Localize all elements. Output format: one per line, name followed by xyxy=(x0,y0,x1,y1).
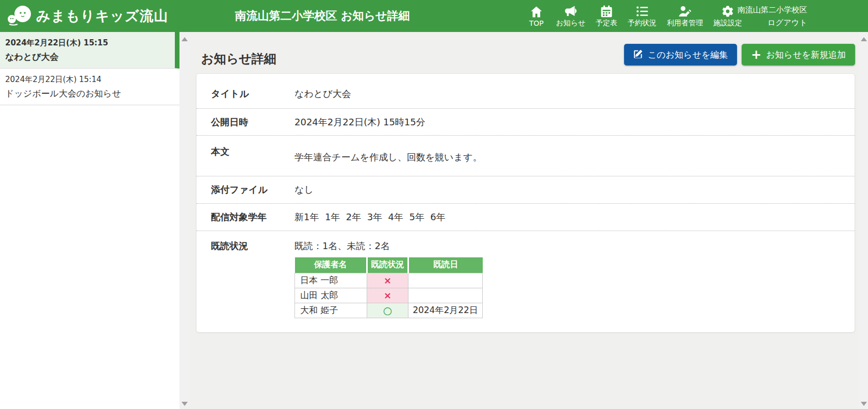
announcement-date: 2024年2月22日(木) 15:14 xyxy=(5,75,171,85)
main-content: お知らせ詳細 このお知らせを編集 + お知らせを新規追加 タイトル なわとび大会… xyxy=(190,32,859,409)
detail-label: 公開日時 xyxy=(211,116,294,128)
account-block: 南流山第二小学校区 ログアウト xyxy=(738,4,807,29)
detail-row-title: タイトル なわとび大会 xyxy=(196,74,855,109)
plus-icon: + xyxy=(751,48,761,61)
column-header-guardian-name: 保護者名 xyxy=(295,257,367,273)
page-header-title: 南流山第二小学校区 お知らせ詳細 xyxy=(181,0,464,32)
announcement-title: ドッジボール大会のお知らせ xyxy=(5,88,171,100)
read-date-cell xyxy=(408,273,483,288)
guardian-name-cell: 大和 姫子 xyxy=(295,303,367,318)
nav-label: TOP xyxy=(529,19,544,27)
table-row: 大和 姫子 ○ 2024年2月22日 xyxy=(295,303,483,318)
announcement-detail-panel: タイトル なわとび大会 公開日時 2024年2月22日(木) 15時15分 本文… xyxy=(196,73,855,333)
nav-item-news[interactable]: お知らせ xyxy=(551,0,591,32)
nav-item-top[interactable]: TOP xyxy=(522,0,551,32)
main-nav: TOP お知らせ 予定表 予約状況 利用者管理 xyxy=(522,0,747,32)
column-header-read-status: 既読状況 xyxy=(367,257,408,273)
detail-row-body: 本文 学年連合チームを作成し、回数を競います。 xyxy=(196,136,855,176)
announcement-title: なわとび大会 xyxy=(5,51,167,63)
read-date-cell: 2024年2月22日 xyxy=(408,303,483,318)
detail-label: 既読状況 xyxy=(211,240,294,252)
nav-item-reservations[interactable]: 予約状況 xyxy=(623,0,662,32)
app-logo[interactable]: みまもりキッズ流山 xyxy=(7,0,168,32)
page-scrollbar[interactable] xyxy=(859,32,868,409)
table-row: 山田 太郎 × xyxy=(295,288,483,303)
read-status-cell: × xyxy=(367,273,408,288)
detail-value: 新1年 1年 2年 3年 4年 5年 6年 xyxy=(294,211,446,223)
detail-label: 添付ファイル xyxy=(211,184,294,196)
gear-icon xyxy=(722,4,734,18)
scroll-up-arrow-icon[interactable] xyxy=(182,37,188,41)
megaphone-icon xyxy=(564,4,577,18)
detail-value: なわとび大会 xyxy=(294,88,351,100)
detail-row-publish-datetime: 公開日時 2024年2月22日(木) 15時15分 xyxy=(196,109,855,136)
announcement-list-sidebar: 2024年2月22日(木) 15:15 なわとび大会 2024年2月22日(木)… xyxy=(0,32,179,409)
nav-label: 予約状況 xyxy=(628,19,657,28)
detail-row-attachment: 添付ファイル なし xyxy=(196,176,855,204)
nav-item-schedule[interactable]: 予定表 xyxy=(591,0,623,32)
guardian-name-cell: 日本 一郎 xyxy=(295,273,367,288)
detail-label: タイトル xyxy=(211,88,294,100)
scroll-down-arrow-icon[interactable] xyxy=(861,402,867,406)
announcement-date: 2024年2月22日(木) 15:15 xyxy=(5,38,167,48)
action-buttons: このお知らせを編集 + お知らせを新規追加 xyxy=(624,44,855,66)
sidebar-scrollbar[interactable] xyxy=(179,32,190,409)
page-title: お知らせ詳細 xyxy=(201,51,276,67)
edit-pencil-icon xyxy=(633,49,643,61)
calendar-icon xyxy=(600,4,613,18)
read-status-block: 既読：1名、未読：2名 保護者名 既読状況 既読日 日本 一郎 × xyxy=(294,240,483,318)
nav-label: お知らせ xyxy=(556,19,585,28)
column-header-read-date: 既読日 xyxy=(408,257,483,273)
list-icon xyxy=(636,4,648,18)
read-status-cell: ○ xyxy=(367,303,408,318)
read-status-cell: × xyxy=(367,288,408,303)
table-row: 日本 一郎 × xyxy=(295,273,483,288)
scroll-up-arrow-icon[interactable] xyxy=(861,37,867,41)
edit-announcement-button[interactable]: このお知らせを編集 xyxy=(624,44,737,66)
nav-label: 予定表 xyxy=(596,19,617,28)
detail-value: 2024年2月22日(木) 15時15分 xyxy=(294,116,425,128)
user-edit-icon xyxy=(678,4,692,18)
detail-label: 配信対象学年 xyxy=(211,211,294,223)
account-school-name: 南流山第二小学校区 xyxy=(738,4,807,17)
app-logo-text: みまもりキッズ流山 xyxy=(36,7,168,25)
edit-button-label: このお知らせを編集 xyxy=(648,49,728,61)
detail-row-target-grades: 配信対象学年 新1年 1年 2年 3年 4年 5年 6年 xyxy=(196,204,855,231)
detail-value: なし xyxy=(294,184,314,196)
add-announcement-button[interactable]: + お知らせを新規追加 xyxy=(742,44,855,66)
nav-label: 利用者管理 xyxy=(667,19,703,28)
nav-item-users[interactable]: 利用者管理 xyxy=(662,0,708,32)
read-date-cell xyxy=(408,288,483,303)
add-button-label: お知らせを新規追加 xyxy=(766,49,846,61)
scroll-down-arrow-icon[interactable] xyxy=(182,402,188,406)
guardian-name-cell: 山田 太郎 xyxy=(295,288,367,303)
home-icon xyxy=(530,5,543,18)
table-header-row: 保護者名 既読状況 既読日 xyxy=(295,257,483,273)
mascot-icon xyxy=(7,4,32,28)
app-header: みまもりキッズ流山 南流山第二小学校区 お知らせ詳細 TOP お知らせ 予定表 xyxy=(0,0,868,32)
detail-row-read-status: 既読状況 既読：1名、未読：2名 保護者名 既読状況 既読日 日本 一郎 xyxy=(196,231,855,333)
announcement-list-item[interactable]: 2024年2月22日(木) 15:14 ドッジボール大会のお知らせ xyxy=(0,69,179,105)
logout-link[interactable]: ログアウト xyxy=(738,17,807,29)
detail-label: 本文 xyxy=(211,136,294,158)
detail-value: 学年連合チームを作成し、回数を競います。 xyxy=(294,136,482,163)
read-status-table: 保護者名 既読状況 既読日 日本 一郎 × 山田 太郎 xyxy=(294,257,483,318)
read-status-summary: 既読：1名、未読：2名 xyxy=(294,240,483,252)
announcement-list-item[interactable]: 2024年2月22日(木) 15:15 なわとび大会 xyxy=(0,32,179,69)
